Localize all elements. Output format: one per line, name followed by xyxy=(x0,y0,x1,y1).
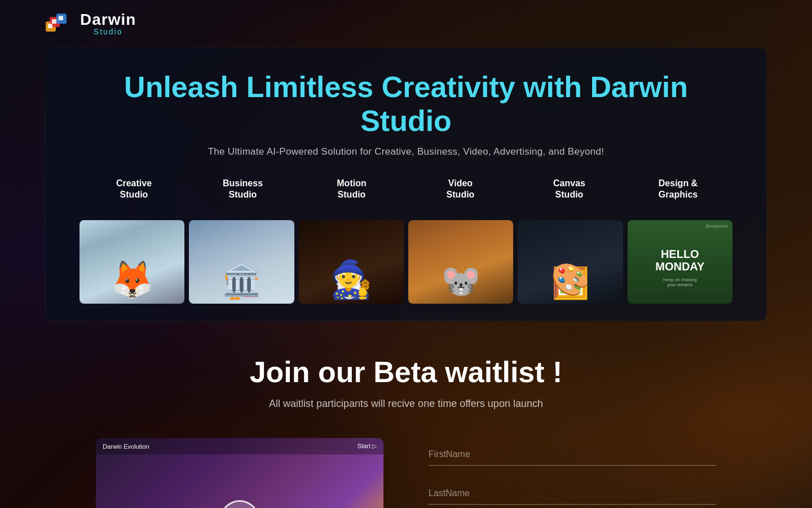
firstname-input[interactable] xyxy=(429,444,716,466)
waitlist-title: Join our Beta waitlist ! xyxy=(45,355,767,389)
business-emoji: 🏗️ xyxy=(223,266,260,301)
logo-text: Darwin Studio xyxy=(80,12,136,36)
design-credit: @redpixels xyxy=(705,224,728,229)
studio-business[interactable]: BusinessStudio xyxy=(188,178,297,209)
waitlist-section: Join our Beta waitlist ! All waitlist pa… xyxy=(0,321,812,508)
hero-title: Unleash Limitless Creativity with Darwin… xyxy=(80,71,732,138)
studio-motion[interactable]: MotionStudio xyxy=(297,178,406,209)
studio-business-image: 🏗️ xyxy=(189,220,294,304)
svg-rect-3 xyxy=(48,24,52,28)
studios-label-row: CreativeStudio BusinessStudio MotionStud… xyxy=(80,178,732,209)
hero-section: Unleash Limitless Creativity with Darwin… xyxy=(45,47,767,321)
creative-emoji: 🦊 xyxy=(112,262,152,301)
motion-emoji: 🧙‍♂️ xyxy=(331,262,372,301)
studio-motion-image: 🧙‍♂️ xyxy=(299,220,404,304)
hero-subtitle: The Ultimate AI-Powered Solution for Cre… xyxy=(80,146,732,157)
studio-creative-label: CreativeStudio xyxy=(116,178,152,202)
logo-sub: Studio xyxy=(80,28,136,36)
logo[interactable]: Darwin Studio xyxy=(45,11,136,36)
studio-video[interactable]: VideoStudio xyxy=(406,178,515,209)
logo-brand: Darwin xyxy=(80,12,136,28)
svg-rect-5 xyxy=(59,16,63,20)
canvas-emoji: 🖼️ xyxy=(551,265,589,301)
firstname-field xyxy=(429,444,716,466)
studio-design-label: Design &Graphics xyxy=(659,178,698,202)
design-hello: HELLOMONDAY xyxy=(655,248,704,273)
waitlist-content: Darwin Evolution Start ▷ DIVE INTO THE M… xyxy=(96,438,716,508)
waitlist-form xyxy=(429,438,716,508)
video-header-left: Darwin Evolution xyxy=(103,443,149,450)
studio-canvas-image: 🖼️ xyxy=(518,220,623,304)
waitlist-subtitle: All waitlist participants will recive on… xyxy=(45,398,767,410)
studio-design-image: @redpixels HELLOMONDAY Keep on chasingyo… xyxy=(628,220,732,304)
design-keep: Keep on chasingyour dreams xyxy=(663,277,697,287)
lastname-field xyxy=(429,483,716,505)
studio-business-label: BusinessStudio xyxy=(223,178,263,202)
design-card-content: @redpixels HELLOMONDAY Keep on chasingyo… xyxy=(628,220,732,304)
studios-images-row: 🦊 🏗️ 🧙‍♂️ 🐭 🖼️ @redpixels xyxy=(80,220,732,304)
video-thumbnail[interactable]: Darwin Evolution Start ▷ DIVE INTO THE M… xyxy=(96,438,383,508)
studio-design[interactable]: Design &Graphics xyxy=(624,178,732,209)
studio-creative-image: 🦊 xyxy=(80,220,184,304)
studio-video-image: 🐭 xyxy=(408,220,513,304)
studio-video-label: VideoStudio xyxy=(447,178,475,202)
video-gradient xyxy=(96,503,383,508)
lastname-input[interactable] xyxy=(429,483,716,505)
studio-creative[interactable]: CreativeStudio xyxy=(80,178,188,209)
studio-canvas-label: CanvasStudio xyxy=(553,178,585,202)
header: Darwin Studio xyxy=(0,0,812,47)
logo-icon xyxy=(45,11,74,36)
video-emoji: 🐭 xyxy=(442,265,480,301)
svg-rect-4 xyxy=(52,19,56,24)
video-header-right: Start ▷ xyxy=(358,443,377,450)
studio-motion-label: MotionStudio xyxy=(337,178,366,202)
video-header-bar: Darwin Evolution Start ▷ xyxy=(96,438,383,454)
studio-canvas[interactable]: CanvasStudio xyxy=(515,178,624,209)
